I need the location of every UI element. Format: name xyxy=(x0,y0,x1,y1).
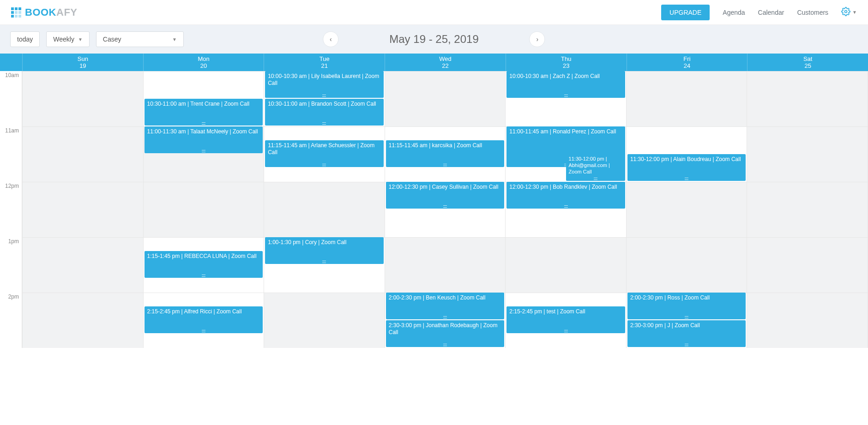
caret-down-icon: ▼ xyxy=(78,37,83,42)
calendar-event[interactable]: 12:00-12:30 pm | Bob Randklev | Zoom Cal… xyxy=(506,182,625,209)
day-header-dow: Wed xyxy=(385,55,506,62)
hour-slot[interactable] xyxy=(385,71,506,126)
hour-slot[interactable] xyxy=(23,293,143,348)
calendar-event[interactable]: 10:00-10:30 am | Lily Isabella Laurent |… xyxy=(265,71,384,98)
date-nav: ‹ May 19 - 25, 2019 › xyxy=(323,31,545,47)
hour-slot[interactable] xyxy=(23,71,143,126)
hour-slot[interactable] xyxy=(747,293,868,348)
calendar-event[interactable]: 1:15-1:45 pm | REBECCA LUNA | Zoom Call xyxy=(145,251,263,278)
hour-slot[interactable] xyxy=(264,293,385,348)
day-header-cell[interactable]: Fri24 xyxy=(627,54,747,71)
day-header-num: 19 xyxy=(23,62,143,69)
staff-select[interactable]: Casey ▼ xyxy=(96,31,184,47)
nav-agenda[interactable]: Agenda xyxy=(723,9,745,16)
hour-label: 2pm xyxy=(0,293,22,348)
topbar: BOOKAFY UPGRADE Agenda Calendar Customer… xyxy=(0,0,868,25)
logo-icon xyxy=(11,7,21,18)
hour-slot[interactable] xyxy=(264,182,385,237)
day-column[interactable]: 10:00-10:30 am | Lily Isabella Laurent |… xyxy=(264,71,385,348)
view-select[interactable]: Weekly ▼ xyxy=(46,31,90,47)
day-header-cell[interactable]: Mon20 xyxy=(143,54,264,71)
calendar-event[interactable]: 12:00-12:30 pm | Casey Sullivan | Zoom C… xyxy=(386,182,505,209)
day-header-dow: Mon xyxy=(144,55,264,62)
next-week-button[interactable]: › xyxy=(530,31,545,47)
gear-icon xyxy=(841,7,850,18)
calendar-event[interactable]: 2:30-3:00 pm | Jonathan Rodebaugh | Zoom… xyxy=(386,320,505,347)
chevron-left-icon: ‹ xyxy=(330,36,332,43)
calendar-event[interactable]: 2:15-2:45 pm | Alfred Ricci | Zoom Call xyxy=(145,306,263,333)
hour-slot[interactable] xyxy=(747,237,868,293)
day-header-num: 20 xyxy=(144,62,264,69)
day-columns: 10:30-11:00 am | Trent Crane | Zoom Call… xyxy=(22,71,868,348)
hour-label: 10am xyxy=(0,71,22,126)
day-header-dow: Thu xyxy=(506,55,627,62)
hour-slot[interactable] xyxy=(23,182,143,237)
upgrade-button[interactable]: UPGRADE xyxy=(661,5,710,20)
hour-slot[interactable] xyxy=(144,182,264,237)
time-gutter: 10am11am12pm1pm2pm xyxy=(0,71,22,348)
day-column[interactable]: 11:15-11:45 am | karcsika | Zoom Call12:… xyxy=(385,71,506,348)
day-header-dow: Fri xyxy=(627,55,747,62)
day-header-num: 23 xyxy=(506,62,627,69)
calendar-event[interactable]: 2:00-2:30 pm | Ross | Zoom Call xyxy=(627,293,746,319)
day-header-num: 25 xyxy=(747,62,868,69)
hour-slot[interactable] xyxy=(627,71,747,126)
hour-slot[interactable] xyxy=(23,126,143,182)
calendar-event[interactable]: 11:00-11:30 am | Talaat McNeely | Zoom C… xyxy=(145,126,263,153)
settings-menu[interactable]: ▼ xyxy=(841,7,857,18)
hour-slot[interactable] xyxy=(747,126,868,182)
calendar-controls: today Weekly ▼ Casey ▼ ‹ May 19 - 25, 20… xyxy=(0,25,868,54)
today-button[interactable]: today xyxy=(10,31,40,47)
hour-slot[interactable] xyxy=(506,237,626,293)
hour-slot[interactable] xyxy=(385,237,506,293)
calendar-body: 10am11am12pm1pm2pm 10:30-11:00 am | Tren… xyxy=(0,71,868,348)
day-column[interactable] xyxy=(22,71,143,348)
calendar: Sun19Mon20Tue21Wed22Thu23Fri24Sat25 10am… xyxy=(0,54,868,348)
svg-point-0 xyxy=(845,11,847,13)
day-column[interactable] xyxy=(747,71,868,348)
day-header-cell[interactable]: Wed22 xyxy=(385,54,506,71)
calendar-event[interactable]: 10:00-10:30 am | Zach Z | Zoom Call xyxy=(506,71,625,98)
hour-slot[interactable] xyxy=(747,71,868,126)
day-header-cell[interactable]: Tue21 xyxy=(264,54,385,71)
gutter-spacer xyxy=(0,54,22,71)
calendar-event[interactable]: 11:30-12:00 pm | Alain Boudreau | Zoom C… xyxy=(627,154,746,181)
hour-slot[interactable] xyxy=(747,182,868,237)
calendar-event[interactable]: 10:30-11:00 am | Trent Crane | Zoom Call xyxy=(145,99,263,126)
day-header-row: Sun19Mon20Tue21Wed22Thu23Fri24Sat25 xyxy=(0,54,868,71)
day-header-num: 24 xyxy=(627,62,747,69)
day-header-dow: Sun xyxy=(23,55,143,62)
hour-slot[interactable] xyxy=(23,237,143,293)
nav-calendar[interactable]: Calendar xyxy=(758,9,784,16)
calendar-event[interactable]: 11:30-12:00 pm | Abhi@gmail.com | Zoom C… xyxy=(566,154,625,181)
hour-slot[interactable] xyxy=(627,182,747,237)
day-header-num: 21 xyxy=(264,62,385,69)
caret-down-icon: ▼ xyxy=(852,10,857,15)
day-header-cell[interactable]: Sun19 xyxy=(22,54,143,71)
chevron-right-icon: › xyxy=(536,36,538,43)
day-column[interactable]: 10:30-11:00 am | Trent Crane | Zoom Call… xyxy=(143,71,264,348)
hour-label: 1pm xyxy=(0,237,22,293)
hour-label: 12pm xyxy=(0,182,22,237)
view-select-value: Weekly xyxy=(53,36,74,43)
staff-select-value: Casey xyxy=(103,36,121,43)
calendar-event[interactable]: 1:00-1:30 pm | Cory | Zoom Call xyxy=(265,237,384,264)
nav-customers[interactable]: Customers xyxy=(797,9,828,16)
day-column[interactable]: 10:00-10:30 am | Zach Z | Zoom Call11:00… xyxy=(505,71,626,348)
caret-down-icon: ▼ xyxy=(172,37,177,42)
day-column[interactable]: 11:30-12:00 pm | Alain Boudreau | Zoom C… xyxy=(626,71,747,348)
logo-text: BOOKAFY xyxy=(25,6,78,18)
top-nav: UPGRADE Agenda Calendar Customers ▼ xyxy=(661,5,857,20)
logo[interactable]: BOOKAFY xyxy=(11,6,78,18)
prev-week-button[interactable]: ‹ xyxy=(323,31,338,47)
day-header-num: 22 xyxy=(385,62,506,69)
day-header-cell[interactable]: Thu23 xyxy=(506,54,627,71)
calendar-event[interactable]: 11:15-11:45 am | karcsika | Zoom Call xyxy=(386,140,505,167)
calendar-event[interactable]: 11:15-11:45 am | Arlane Schuessler | Zoo… xyxy=(265,140,384,167)
day-header-cell[interactable]: Sat25 xyxy=(747,54,868,71)
hour-slot[interactable] xyxy=(627,237,747,293)
calendar-event[interactable]: 2:00-2:30 pm | Ben Keusch | Zoom Call xyxy=(386,293,505,319)
calendar-event[interactable]: 10:30-11:00 am | Brandon Scott | Zoom Ca… xyxy=(265,99,384,126)
calendar-event[interactable]: 2:30-3:00 pm | J | Zoom Call xyxy=(627,320,746,347)
calendar-event[interactable]: 2:15-2:45 pm | test | Zoom Call xyxy=(506,306,625,333)
